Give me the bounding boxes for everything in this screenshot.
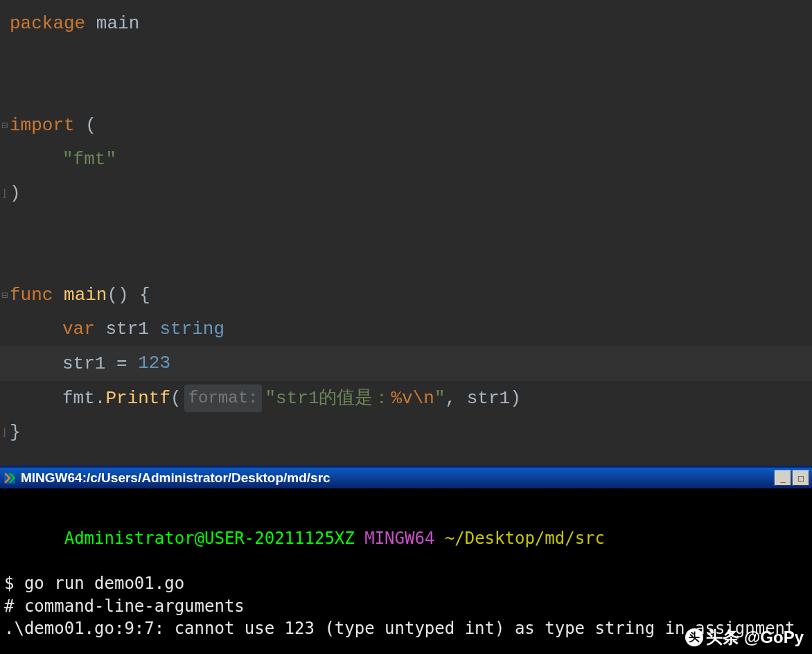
code-line: package main bbox=[0, 7, 812, 41]
title-bar[interactable]: MINGW64:/c/Users/Administrator/Desktop/m… bbox=[0, 468, 812, 488]
brace-open: { bbox=[129, 282, 150, 309]
equals: = bbox=[105, 351, 138, 378]
minimize-button[interactable]: _ bbox=[775, 470, 791, 486]
code-line-active: str1 = 123 bbox=[0, 346, 812, 381]
maximize-button[interactable]: □ bbox=[793, 470, 809, 486]
blank-line bbox=[0, 245, 812, 279]
terminal-user: Administrator@USER-20211125XZ bbox=[64, 529, 355, 548]
code-line: ⊟ import ( bbox=[0, 109, 812, 143]
func-call: Printf bbox=[105, 385, 170, 412]
code-editor[interactable]: package main ⊟ import ( "fmt" ⌋ ) ⊟ func… bbox=[0, 0, 812, 466]
package-name: main bbox=[96, 10, 139, 37]
import-path: "fmt" bbox=[62, 146, 116, 173]
watermark-text: 头条 @GoPy bbox=[706, 626, 804, 648]
escape-seq: \n bbox=[413, 385, 434, 412]
keyword-func: func bbox=[10, 282, 53, 309]
brace-close: } bbox=[10, 419, 21, 446]
keyword-import: import bbox=[10, 112, 75, 139]
parens: () bbox=[107, 282, 128, 309]
fold-icon[interactable]: ⊟ bbox=[1, 119, 11, 133]
fold-end-icon: ⌋ bbox=[1, 426, 11, 440]
window-controls: _ □ × bbox=[775, 470, 809, 486]
terminal-body[interactable]: Administrator@USER-20211125XZ MINGW64 ~/… bbox=[0, 488, 812, 644]
func-name: main bbox=[64, 282, 107, 309]
code-line: ⊟ func main() { bbox=[0, 279, 812, 312]
terminal-env: MINGW64 bbox=[364, 529, 434, 548]
identifier: str1 bbox=[62, 351, 105, 378]
terminal-path: ~/Desktop/md/src bbox=[445, 529, 605, 548]
keyword-var: var bbox=[62, 316, 95, 343]
fold-icon[interactable]: ⊟ bbox=[1, 289, 11, 303]
blank-line bbox=[0, 211, 812, 245]
code-line: "fmt" bbox=[0, 143, 812, 177]
identifier: str1 bbox=[105, 316, 148, 343]
error-value: 123 bbox=[138, 350, 170, 378]
paren-open: ( bbox=[85, 112, 96, 139]
param-hint: format: bbox=[184, 385, 263, 412]
terminal-prompt: Administrator@USER-20211125XZ MINGW64 ~/… bbox=[4, 505, 808, 572]
type-string: string bbox=[159, 316, 224, 343]
pkg-ref: fmt bbox=[62, 385, 95, 412]
terminal-line: $ go run demo01.go bbox=[4, 572, 808, 594]
watermark-icon: 头 bbox=[685, 628, 703, 646]
keyword-package: package bbox=[10, 10, 85, 37]
code-line: var str1 string bbox=[0, 312, 812, 346]
arg: str1 bbox=[467, 385, 510, 412]
paren-close: ) bbox=[10, 180, 21, 207]
watermark: 头 头条 @GoPy bbox=[685, 626, 804, 648]
code-line: ⌋ } bbox=[0, 416, 812, 450]
fold-end-icon: ⌋ bbox=[1, 187, 11, 201]
format-verb: %v bbox=[391, 385, 413, 412]
code-line: ⌋ ) bbox=[0, 177, 812, 211]
string-literal: "str1的值是： bbox=[265, 385, 391, 412]
window-title: MINGW64:/c/Users/Administrator/Desktop/m… bbox=[21, 470, 775, 486]
blank-line bbox=[0, 75, 812, 109]
terminal-line: # command-line-arguments bbox=[4, 595, 808, 617]
blank-line bbox=[0, 41, 812, 75]
code-line: fmt.Printf(format:"str1的值是：%v\n", str1) bbox=[0, 381, 812, 416]
terminal-icon bbox=[3, 471, 17, 485]
